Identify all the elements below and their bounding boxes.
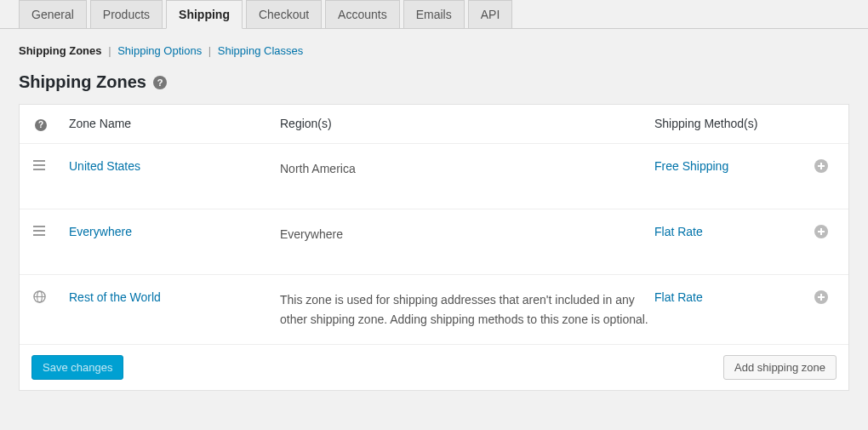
help-icon[interactable]: ? <box>35 119 47 131</box>
add-zone-button[interactable]: Add shipping zone <box>723 355 837 380</box>
col-regions: Region(s) <box>280 117 654 130</box>
tab-emails[interactable]: Emails <box>403 0 465 28</box>
table-footer: Save changes Add shipping zone <box>20 345 848 390</box>
zone-region: North America <box>280 159 654 178</box>
svg-rect-6 <box>33 226 45 227</box>
help-icon[interactable]: ? <box>153 76 167 89</box>
svg-rect-8 <box>33 234 45 236</box>
subnav-sep: | <box>108 44 111 57</box>
tab-api[interactable]: API <box>468 0 513 28</box>
settings-tabs: General Products Shipping Checkout Accou… <box>0 0 868 29</box>
col-handle: ? <box>20 117 69 131</box>
save-button[interactable]: Save changes <box>31 355 123 380</box>
zone-name-link[interactable]: United States <box>69 159 140 173</box>
tab-products[interactable]: Products <box>90 0 163 28</box>
svg-rect-2 <box>33 169 45 170</box>
svg-rect-5 <box>818 165 825 167</box>
svg-rect-17 <box>818 296 825 298</box>
add-method-button[interactable] <box>808 290 850 307</box>
add-method-button[interactable] <box>808 225 850 241</box>
globe-indicator <box>20 290 69 306</box>
globe-icon <box>33 290 46 303</box>
drag-icon <box>33 226 45 236</box>
subnav-shipping-options[interactable]: Shipping Options <box>117 44 202 57</box>
table-row: Everywhere Everywhere Flat Rate <box>20 209 848 275</box>
zone-name-link[interactable]: Rest of the World <box>69 290 161 304</box>
col-methods: Shipping Method(s) <box>654 117 808 130</box>
page-title: Shipping Zones ? <box>0 72 868 104</box>
table-row: Rest of the World This zone is used for … <box>20 275 848 345</box>
subnav-shipping-classes[interactable]: Shipping Classes <box>218 44 303 57</box>
plus-circle-icon <box>814 225 828 238</box>
svg-rect-7 <box>33 230 45 232</box>
subnav-current: Shipping Zones <box>19 44 102 57</box>
zone-region: This zone is used for shipping addresses… <box>280 290 654 329</box>
tab-accounts[interactable]: Accounts <box>325 0 400 28</box>
plus-circle-icon <box>814 159 828 173</box>
shipping-subnav: Shipping Zones | Shipping Options | Ship… <box>0 44 868 72</box>
plus-circle-icon <box>814 290 828 304</box>
table-row: United States North America Free Shippin… <box>20 144 848 209</box>
svg-rect-0 <box>33 160 45 162</box>
zone-method-link[interactable]: Free Shipping <box>654 159 728 173</box>
svg-rect-1 <box>33 164 45 166</box>
tab-checkout[interactable]: Checkout <box>246 0 322 28</box>
svg-rect-11 <box>818 231 825 232</box>
drag-handle[interactable] <box>20 159 69 173</box>
add-method-button[interactable] <box>808 159 850 175</box>
drag-handle[interactable] <box>20 225 69 238</box>
tab-shipping[interactable]: Shipping <box>166 0 243 29</box>
zone-method-link[interactable]: Flat Rate <box>654 290 703 304</box>
drag-icon <box>33 160 45 170</box>
zone-region: Everywhere <box>280 225 654 244</box>
tab-general[interactable]: General <box>19 0 87 28</box>
zones-table: ? Zone Name Region(s) Shipping Method(s)… <box>19 104 849 391</box>
table-header: ? Zone Name Region(s) Shipping Method(s) <box>20 105 848 144</box>
subnav-sep: | <box>208 44 211 57</box>
page-title-text: Shipping Zones <box>19 72 146 92</box>
zone-name-link[interactable]: Everywhere <box>69 225 132 238</box>
col-zone-name: Zone Name <box>69 117 280 130</box>
zone-method-link[interactable]: Flat Rate <box>654 225 703 238</box>
